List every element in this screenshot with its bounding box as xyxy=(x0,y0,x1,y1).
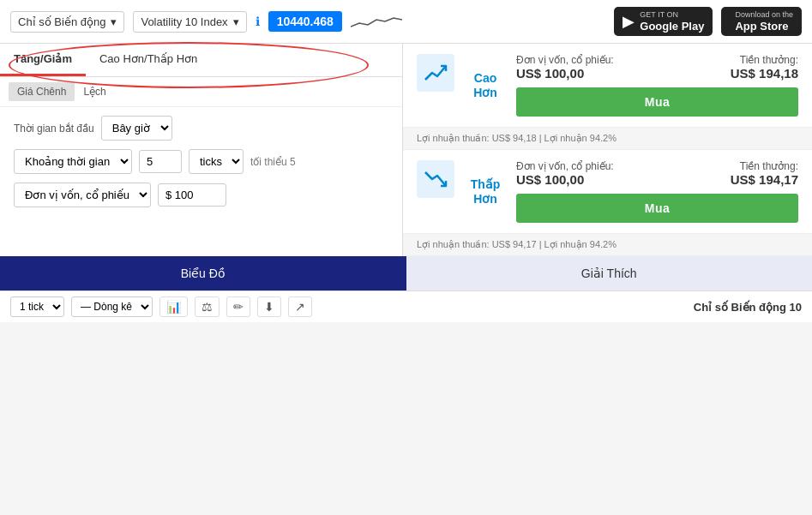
google-play-label: Google Play xyxy=(640,20,704,33)
sub-tabs: Giá Chênh Lệch xyxy=(0,77,402,107)
pencil-icon[interactable]: ✏ xyxy=(226,296,250,317)
chart-type-select[interactable]: — Dòng kê xyxy=(71,296,153,317)
price-badge: 10440.468 xyxy=(268,11,342,32)
higher-info-row: Đơn vị vốn, cổ phiếu: US$ 100,00 Tiền th… xyxy=(516,54,798,81)
right-panel: Cao Hơn Đơn vị vốn, cổ phiếu: US$ 100,00… xyxy=(403,44,812,256)
form-section: Thời gian bắt đầu Bây giờ Khoảng thời gi… xyxy=(0,107,402,225)
duration-row: Khoảng thời gian ticks tối thiểu 5 xyxy=(14,149,388,174)
google-play-icon: ▶ xyxy=(623,12,635,31)
subtab-lech[interactable]: Lệch xyxy=(75,82,114,101)
stake-type-select[interactable]: Đơn vị vốn, cổ phiếu xyxy=(14,183,151,207)
app-store-button[interactable]: Download on the App Store xyxy=(721,7,802,36)
start-time-select[interactable]: Bây giờ xyxy=(101,116,172,141)
chevron-down-icon: ▾ xyxy=(111,15,117,28)
index-selector[interactable]: Volatility 10 Index ▾ xyxy=(133,11,246,33)
share-icon[interactable]: ↗ xyxy=(288,296,312,317)
chevron-down-icon: ▾ xyxy=(233,15,239,28)
trending-up-icon xyxy=(424,61,448,85)
app-store-pre: Download on the xyxy=(735,10,793,20)
stake-row: Đơn vị vốn, cổ phiếu xyxy=(14,183,388,207)
index-label: Volatility 10 Index xyxy=(141,15,227,28)
stake-input[interactable] xyxy=(158,183,226,207)
lower-stake-label: Đơn vị vốn, cổ phiếu: xyxy=(516,160,614,172)
higher-stake-label: Đơn vị vốn, cổ phiếu: xyxy=(516,54,614,66)
higher-trade-card: Cao Hơn Đơn vị vốn, cổ phiếu: US$ 100,00… xyxy=(403,44,812,128)
google-play-button[interactable]: ▶ GET IT ON Google Play xyxy=(614,7,713,36)
footer-title: Chỉ số Biến động 10 xyxy=(694,301,802,314)
higher-label: Cao Hơn xyxy=(465,71,506,100)
start-time-row: Thời gian bắt đầu Bây giờ xyxy=(14,116,388,141)
duration-type-select[interactable]: Khoảng thời gian xyxy=(14,149,132,174)
lower-info-row: Đơn vị vốn, cổ phiếu: US$ 100,00 Tiền th… xyxy=(516,160,798,187)
lower-buy-button[interactable]: Mua xyxy=(516,194,798,223)
tick-select[interactable]: 1 tick xyxy=(10,296,64,317)
tab-giai-thich[interactable]: Giải Thích xyxy=(406,256,813,290)
lower-profit-note: Lợi nhuận thuần: US$ 94,17 | Lợi nhuận 9… xyxy=(403,234,812,256)
duration-unit-select[interactable]: ticks xyxy=(189,149,244,174)
higher-buy-button[interactable]: Mua xyxy=(516,87,798,117)
download-icon[interactable]: ⬇ xyxy=(257,296,281,317)
tab-cao-hon-thap-hon[interactable]: Cao Hơn/Thấp Hơn xyxy=(86,44,211,76)
lower-label: Thấp Hơn xyxy=(465,177,506,207)
higher-profit-note: Lợi nhuận thuần: US$ 94,18 | Lợi nhuận 9… xyxy=(403,128,812,150)
trending-down-icon xyxy=(424,167,448,191)
scale-icon[interactable]: ⚖ xyxy=(195,296,220,317)
info-icon[interactable]: ℹ xyxy=(256,15,260,28)
top-bar: Chỉ số Biến động ▾ Volatility 10 Index ▾… xyxy=(0,0,812,44)
app-store-label: App Store xyxy=(735,20,793,33)
google-play-pre: GET IT ON xyxy=(640,10,704,20)
tab-bieu-do[interactable]: Biểu Đồ xyxy=(0,256,406,290)
lower-stake-value: US$ 100,00 xyxy=(516,172,614,187)
duration-input[interactable] xyxy=(139,150,182,173)
lower-icon xyxy=(417,160,454,198)
lower-payout-value: US$ 194,17 xyxy=(731,172,798,187)
bottom-tabs: Biểu Đồ Giải Thích xyxy=(0,256,812,290)
indicator-label: Chỉ số Biến động xyxy=(18,15,105,28)
duration-min-note: tối thiểu 5 xyxy=(250,156,296,168)
higher-stake-value: US$ 100,00 xyxy=(516,66,614,81)
main-content: Tăng/Giảm Cao Hơn/Thấp Hơn Giá Chênh Lệc… xyxy=(0,44,812,256)
bar-chart-icon[interactable]: 📊 xyxy=(159,296,188,317)
higher-payout-value: US$ 194,18 xyxy=(731,66,798,81)
left-panel: Tăng/Giảm Cao Hơn/Thấp Hơn Giá Chênh Lệc… xyxy=(0,44,403,256)
tab-tang-giam[interactable]: Tăng/Giảm xyxy=(0,44,86,76)
tabs-row: Tăng/Giảm Cao Hơn/Thấp Hơn xyxy=(0,44,402,77)
higher-details: Đơn vị vốn, cổ phiếu: US$ 100,00 Tiền th… xyxy=(516,54,798,117)
lower-details: Đơn vị vốn, cổ phiếu: US$ 100,00 Tiền th… xyxy=(516,160,798,223)
mini-chart xyxy=(351,11,402,32)
indicator-selector[interactable]: Chỉ số Biến động ▾ xyxy=(10,11,124,33)
subtab-gia-chenh[interactable]: Giá Chênh xyxy=(9,82,75,101)
higher-icon xyxy=(417,54,454,92)
lower-payout-label: Tiền thưởng: xyxy=(731,160,798,172)
start-time-label: Thời gian bắt đầu xyxy=(14,123,94,135)
lower-trade-card: Thấp Hơn Đơn vị vốn, cổ phiếu: US$ 100,0… xyxy=(403,150,812,234)
footer-toolbar: 1 tick — Dòng kê 📊 ⚖ ✏ ⬇ ↗ Chỉ số Biến đ… xyxy=(0,290,812,322)
higher-payout-label: Tiền thưởng: xyxy=(731,54,798,66)
